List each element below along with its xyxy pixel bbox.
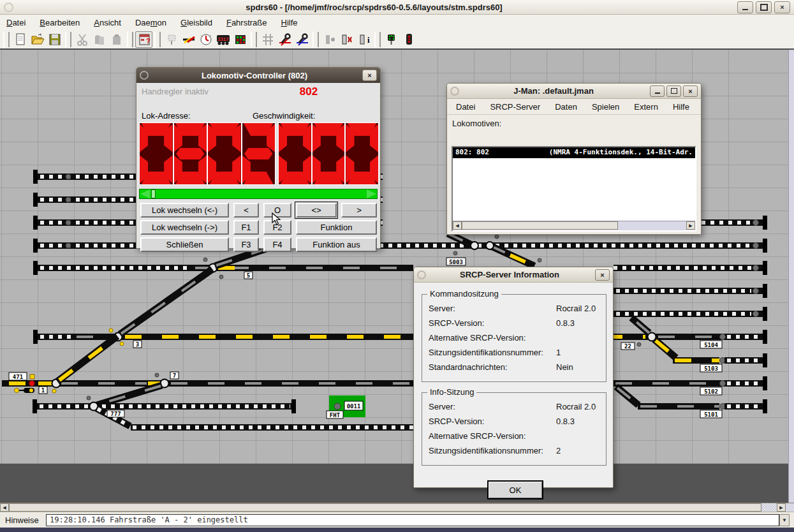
signal-green-button[interactable] [383, 31, 400, 48]
funktion-button[interactable]: Funktion [296, 220, 377, 235]
menu-gleisbild[interactable]: Gleisbild [180, 18, 212, 27]
main-track: 5 [33, 258, 767, 279]
f3-button[interactable]: F3 [233, 237, 259, 252]
block-button[interactable] [321, 31, 338, 48]
speed-display [278, 122, 379, 185]
switch[interactable] [471, 242, 478, 249]
horizontal-scrollbar[interactable]: ◀ ▶ [0, 503, 794, 512]
locomotive-icon: 2317 [216, 33, 231, 47]
scroll-thumb[interactable] [462, 221, 618, 230]
status-dropdown-icon[interactable]: ▼ [779, 514, 790, 526]
menu-hilfe[interactable]: Hilfe [281, 18, 298, 27]
dialog-icon [140, 71, 149, 80]
lokomotiven-list[interactable]: 802: 802 (NMRA 4-Funktionsdek., 14-Bit-A… [452, 146, 696, 232]
scroll-left-icon[interactable]: ◀ [453, 221, 462, 230]
jman-window: J-Man: .default.jman × Datei SRCP-Server… [446, 83, 702, 235]
signal-red-indicator[interactable] [29, 381, 35, 387]
funktion-aus-button[interactable]: Funktion aus [296, 237, 377, 252]
menu-datei[interactable]: Datei [6, 18, 26, 27]
track-edit-red-button[interactable] [276, 31, 293, 48]
f4-button[interactable]: F4 [263, 237, 291, 252]
save-file-button[interactable] [46, 31, 63, 48]
menu-daemon[interactable]: Daemon [135, 18, 166, 27]
scroll-right-icon[interactable]: ▶ [686, 221, 695, 230]
svg-text:5: 5 [247, 272, 250, 279]
new-file-button[interactable] [11, 31, 29, 48]
block-occupancy-icon [340, 33, 354, 47]
block-icon [323, 33, 337, 47]
minimize-icon[interactable] [650, 85, 665, 97]
schliessen-button[interactable]: Schließen [140, 237, 229, 252]
close-icon[interactable]: × [595, 269, 610, 281]
switch[interactable] [486, 242, 494, 249]
locomotive-button[interactable]: 2317 [214, 31, 232, 48]
mouse-cursor [272, 212, 282, 225]
slider-right-arrow-icon[interactable] [367, 189, 376, 198]
scroll-left-icon[interactable]: ◀ [0, 503, 9, 512]
list-horizontal-scrollbar[interactable]: ◀ ▶ [453, 221, 695, 230]
vertical-scrollbar[interactable] [788, 50, 794, 503]
siding-track-777: 777 [33, 396, 296, 426]
maximize-icon[interactable] [666, 85, 681, 97]
dwarf-signal[interactable] [15, 388, 35, 393]
cut-button[interactable] [73, 31, 91, 48]
status-message-field[interactable]: 19:28:10.146 Fahrstraße 'A - 2' eingeste… [46, 514, 779, 526]
loco-controller-dialog: Lokomotiv-Controller (802) × Handregler … [136, 67, 381, 249]
block-occupancy-button[interactable] [338, 31, 355, 48]
menu-ansicht[interactable]: Ansicht [94, 18, 121, 27]
scroll-thumb[interactable] [9, 503, 761, 512]
open-file-button[interactable] [29, 31, 46, 48]
minimize-button[interactable] [737, 1, 753, 13]
jman-menu-datei[interactable]: Datei [456, 102, 475, 112]
copy-button[interactable] [91, 31, 108, 48]
route-button[interactable] [30, 374, 34, 379]
f1-button[interactable]: F1 [233, 220, 259, 235]
jman-body: Datei SRCP-Server Daten Spielen Extern H… [447, 99, 701, 234]
scroll-right-icon[interactable]: ▶ [777, 503, 786, 512]
list-item-selected[interactable]: 802: 802 (NMRA 4-Funktionsdek., 14-Bit-A… [453, 147, 695, 158]
direction-right-button[interactable]: > [341, 203, 377, 218]
slider-thumb[interactable] [151, 189, 156, 198]
close-button[interactable]: × [774, 1, 790, 13]
lok-wechseln-next-button[interactable]: Lok wechseln (->) [140, 220, 229, 235]
jman-menu-srcp-server[interactable]: SRCP-Server [490, 102, 540, 112]
scroll-track[interactable] [761, 503, 777, 512]
window-title: spdrs60 - [/home/jmf/roc/srcp/spdrs60-0.… [13, 3, 735, 12]
ok-button[interactable]: OK [487, 480, 543, 499]
open-file-icon [31, 33, 45, 47]
signal-properties-button[interactable] [163, 31, 180, 48]
paste-button[interactable] [108, 31, 125, 48]
copy-icon [92, 33, 107, 47]
slider-left-arrow-icon[interactable] [140, 189, 150, 198]
clock-button[interactable] [197, 31, 214, 48]
direction-toggle-button[interactable]: <> [296, 203, 337, 218]
fht-panel[interactable]: 0011 FHT [327, 395, 365, 418]
signal-red-button[interactable] [400, 31, 417, 48]
properties-help-button[interactable]: ? [135, 31, 152, 48]
jman-menu-spielen[interactable]: Spielen [592, 102, 619, 112]
jman-menu-daten[interactable]: Daten [555, 102, 577, 112]
speed-slider[interactable] [139, 189, 378, 199]
jman-menu-hilfe[interactable]: Hilfe [673, 102, 689, 112]
direction-left-button[interactable]: < [233, 203, 259, 218]
track-edit-blue-button[interactable] [293, 31, 311, 48]
info-row: Alternative SRCP-Version: [422, 429, 606, 443]
signal-properties-icon [165, 33, 179, 47]
switch-tool-button[interactable] [180, 31, 197, 48]
loco-controller-body: Handregler inaktiv 802 Lok-Adresse: Gesc… [136, 83, 380, 248]
track-label: 777 [107, 410, 124, 417]
jman-menu-extern[interactable]: Extern [634, 102, 658, 112]
led-matrix-button[interactable] [232, 31, 249, 48]
info-row: Server:Rocrail 2.0 [422, 301, 606, 316]
track-label: 22 [621, 343, 635, 350]
loco-controller-titlebar: Lokomotiv-Controller (802) × [136, 68, 380, 83]
block-info-button[interactable]: i [355, 31, 372, 48]
menu-fahrstrasse[interactable]: Fahrstraße [226, 18, 267, 27]
grid-button[interactable] [259, 31, 276, 48]
lok-wechseln-prev-button[interactable]: Lok wechseln (<-) [140, 203, 229, 218]
maximize-button[interactable] [756, 1, 772, 13]
info-row: Sitzungsidentifikationsnummer:2 [422, 443, 606, 458]
close-icon[interactable]: × [362, 70, 377, 81]
menu-bearbeiten[interactable]: Bearbeiten [40, 18, 80, 27]
close-icon[interactable]: × [683, 85, 698, 97]
